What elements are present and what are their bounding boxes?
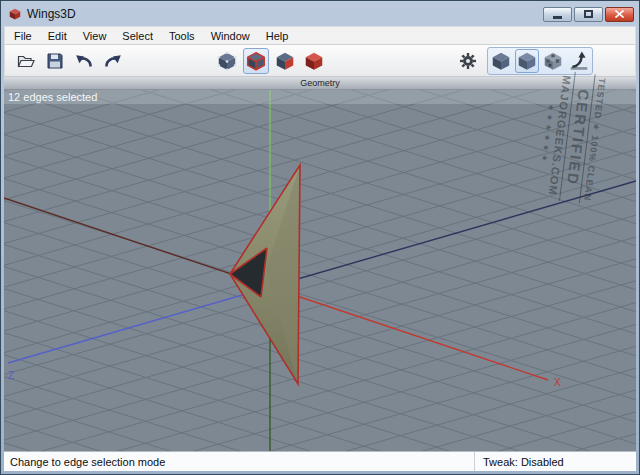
wings3d-window: Wings3D File Edit View Select Tools Wind… bbox=[0, 0, 640, 475]
view-arrow-icon bbox=[568, 50, 590, 72]
selection-info-text: 12 edges selected bbox=[8, 91, 97, 103]
x-axis-label: X bbox=[554, 377, 561, 388]
close-icon bbox=[615, 10, 624, 18]
selection-mode-group bbox=[214, 48, 327, 74]
selection-info: 12 edges selected bbox=[4, 90, 636, 104]
smooth-view-button[interactable] bbox=[515, 49, 539, 73]
body-cube-icon bbox=[303, 50, 325, 72]
maximize-icon bbox=[584, 10, 593, 18]
folder-open-icon bbox=[16, 51, 36, 71]
view-arrow-button[interactable] bbox=[567, 49, 591, 73]
tweak-status: Tweak: Disabled bbox=[474, 452, 636, 471]
textured-cube-icon bbox=[542, 50, 564, 72]
menu-bar: File Edit View Select Tools Window Help bbox=[4, 26, 636, 45]
face-mode-button[interactable] bbox=[272, 48, 298, 74]
status-bar: Change to edge selection mode Tweak: Dis… bbox=[4, 451, 636, 471]
open-button[interactable] bbox=[13, 48, 39, 74]
window-title: Wings3D bbox=[27, 7, 76, 21]
vertex-cube-icon bbox=[216, 50, 238, 72]
ground-grid bbox=[4, 90, 636, 451]
menu-help[interactable]: Help bbox=[258, 28, 297, 44]
preferences-button[interactable] bbox=[455, 48, 481, 74]
menu-tools[interactable]: Tools bbox=[161, 28, 203, 44]
undo-arrow-icon bbox=[74, 51, 94, 71]
geometry-window-titlebar[interactable]: Geometry bbox=[4, 77, 636, 90]
redo-arrow-icon bbox=[103, 51, 123, 71]
viewport-3d-canvas[interactable]: X Z bbox=[4, 90, 636, 451]
z-axis-label: Z bbox=[8, 370, 14, 381]
edge-cube-icon bbox=[245, 50, 267, 72]
menu-view[interactable]: View bbox=[75, 28, 115, 44]
redo-button[interactable] bbox=[100, 48, 126, 74]
minimize-icon bbox=[553, 16, 562, 19]
close-button[interactable] bbox=[605, 7, 634, 22]
body-mode-button[interactable] bbox=[301, 48, 327, 74]
face-cube-icon bbox=[274, 50, 296, 72]
geometry-viewport: 12 edges selected bbox=[4, 90, 636, 451]
window-controls bbox=[543, 7, 634, 22]
maximize-button[interactable] bbox=[574, 7, 603, 22]
menu-select[interactable]: Select bbox=[114, 28, 161, 44]
menu-edit[interactable]: Edit bbox=[40, 28, 75, 44]
shaded-cube-icon bbox=[490, 50, 512, 72]
tweak-status-text: Tweak: Disabled bbox=[483, 456, 564, 468]
smooth-cube-icon bbox=[516, 50, 538, 72]
minimize-button[interactable] bbox=[543, 7, 572, 22]
view-tool-group bbox=[455, 47, 593, 75]
edge-mode-button[interactable] bbox=[243, 48, 269, 74]
title-bar[interactable]: Wings3D bbox=[4, 4, 636, 26]
shaded-view-button[interactable] bbox=[489, 49, 513, 73]
menu-file[interactable]: File bbox=[6, 28, 40, 44]
view-mode-frame bbox=[487, 47, 593, 75]
save-button[interactable] bbox=[42, 48, 68, 74]
wings3d-logo-icon bbox=[8, 7, 22, 21]
file-tool-group bbox=[13, 48, 126, 74]
undo-button[interactable] bbox=[71, 48, 97, 74]
vertex-mode-button[interactable] bbox=[214, 48, 240, 74]
save-icon bbox=[45, 51, 65, 71]
textured-view-button[interactable] bbox=[541, 49, 565, 73]
toolbar bbox=[4, 45, 636, 77]
geometry-window-title: Geometry bbox=[300, 78, 340, 88]
menu-window[interactable]: Window bbox=[203, 28, 258, 44]
status-message: Change to edge selection mode bbox=[4, 456, 474, 468]
gear-icon bbox=[458, 51, 478, 71]
